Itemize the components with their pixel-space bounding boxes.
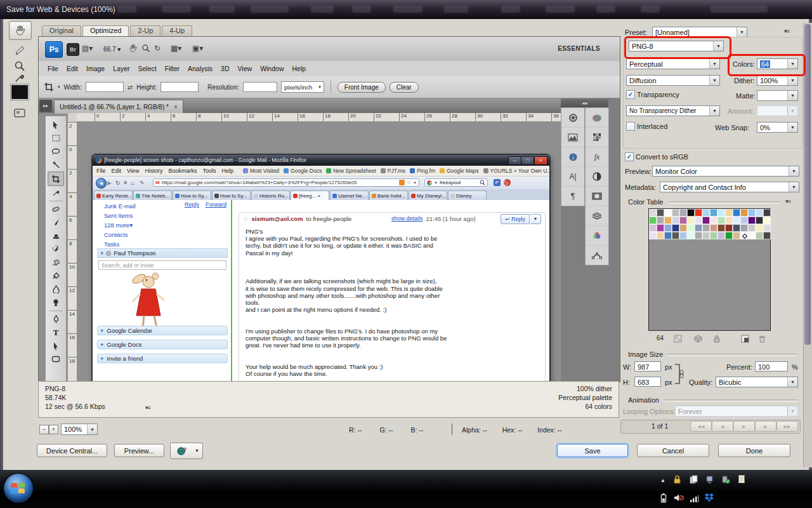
color-swatch[interactable] — [695, 232, 702, 239]
device-central-button[interactable]: Device Central... — [37, 444, 107, 457]
browser-tab[interactable]: Bank holid... — [369, 190, 408, 200]
sidebar-link[interactable]: Tasks — [104, 241, 136, 248]
link-dimensions-icon[interactable] — [674, 363, 684, 385]
paths-panel-icon[interactable] — [586, 246, 608, 265]
color-swatch[interactable] — [763, 217, 771, 224]
histogram-panel-icon[interactable] — [562, 128, 584, 147]
color-swatch[interactable] — [756, 217, 763, 224]
width-input[interactable]: 987 — [634, 361, 661, 371]
tray-network-icon[interactable] — [690, 495, 699, 502]
menu-item[interactable]: Analysis — [188, 65, 213, 72]
collapse-panels-icon[interactable]: ◂◂ — [561, 99, 608, 107]
lasso-tool-icon[interactable] — [48, 145, 63, 158]
search-go-icon[interactable] — [480, 180, 485, 185]
color-swatch[interactable] — [748, 217, 756, 224]
color-swatch[interactable] — [702, 209, 710, 217]
preview-in-browser-button[interactable]: Preview... — [114, 444, 164, 457]
reply-button[interactable]: ↩Reply — [501, 214, 530, 224]
tabstrip-overflow-icon[interactable]: ▸▸ — [39, 100, 52, 112]
optimized-preview-area[interactable]: Ps Br ▤▾ 66.7 ▾ ↻ ▦▾ ▣▾ ESSENTIALS FileE… — [38, 36, 620, 382]
matte-select[interactable]: ▼ — [757, 90, 798, 101]
styles-panel-icon[interactable]: fx — [586, 147, 608, 167]
color-swatch[interactable] — [733, 217, 740, 224]
color-swatch[interactable] — [649, 217, 657, 224]
bookmark-page-icon[interactable]: ✎ — [140, 180, 145, 186]
menu-item[interactable]: Layer — [113, 65, 129, 72]
color-swatch[interactable] — [717, 209, 725, 217]
playback-button[interactable]: ▶ — [733, 421, 755, 432]
web-shift-icon[interactable] — [694, 335, 702, 343]
star-icon[interactable]: ☆ — [243, 215, 249, 222]
bookmark-item[interactable]: Google Maps — [440, 168, 479, 174]
expand-icon[interactable]: + — [100, 250, 103, 257]
color-swatch[interactable] — [710, 232, 717, 239]
gadget-button[interactable]: + Google Calendar — [97, 326, 228, 335]
paint-bucket-tool-icon[interactable] — [48, 269, 63, 283]
color-swatch[interactable] — [717, 224, 725, 232]
browser-preview-button[interactable]: ? — [170, 443, 193, 459]
color-swatch[interactable] — [748, 232, 756, 239]
menu-item[interactable]: File — [96, 168, 106, 174]
preview-select[interactable]: Monitor Color▼ — [652, 166, 799, 177]
browser-tab[interactable]: Disney — [448, 190, 487, 200]
height-input[interactable] — [160, 82, 199, 92]
optimize-menu-icon[interactable]: ▾≡ — [784, 28, 789, 34]
home-button[interactable]: ⌂ — [131, 179, 134, 186]
color-swatch[interactable] — [725, 217, 733, 224]
color-swatch[interactable] — [664, 209, 672, 217]
color-swatch[interactable] — [664, 217, 672, 224]
transparency-dither-select[interactable]: No Transparency Dither▼ — [626, 105, 720, 116]
color-swatch[interactable] — [672, 217, 679, 224]
color-swatch[interactable] — [710, 209, 717, 217]
color-swatch[interactable] — [702, 217, 710, 224]
toggle-slices-visibility-icon[interactable] — [9, 104, 30, 122]
browser-tab[interactable]: How to Sy... — [212, 190, 251, 200]
color-swatch[interactable] — [763, 209, 771, 217]
magic-wand-tool-icon[interactable] — [48, 158, 63, 171]
done-button[interactable]: Done — [718, 444, 790, 457]
eraser-tool-icon[interactable] — [48, 256, 63, 269]
color-swatch[interactable] — [695, 224, 702, 232]
type-tool-icon[interactable]: T — [48, 326, 63, 339]
adjustments-panel-icon[interactable] — [586, 167, 608, 187]
color-table-menu-icon[interactable]: ▾≡ — [785, 198, 790, 204]
menu-item[interactable]: Select — [138, 65, 156, 72]
color-swatch[interactable] — [763, 224, 771, 232]
show-hidden-icons-button[interactable]: ▲ — [660, 478, 665, 483]
menu-item[interactable]: Image — [86, 65, 105, 72]
color-swatch[interactable] — [679, 217, 687, 224]
browser-tab[interactable]: My Disneyl... — [409, 190, 447, 200]
sidebar-link[interactable]: Sent Items — [104, 212, 136, 219]
color-swatch[interactable] — [756, 224, 763, 232]
lock-color-icon[interactable] — [713, 335, 721, 343]
tray-document-icon[interactable] — [738, 474, 745, 484]
menu-item[interactable]: View — [127, 168, 139, 174]
color-swatch[interactable] — [695, 217, 702, 224]
color-swatch[interactable] — [687, 217, 695, 224]
swatches-panel-icon[interactable] — [586, 128, 608, 147]
color-panel-icon[interactable] — [586, 108, 608, 128]
menu-item[interactable]: File — [48, 65, 58, 72]
color-swatch[interactable] — [679, 232, 687, 239]
map-transparency-icon[interactable] — [674, 335, 682, 343]
color-swatch[interactable] — [733, 232, 740, 239]
color-swatch[interactable] — [649, 209, 657, 217]
clone-stamp-tool-icon[interactable] — [48, 229, 63, 243]
menu-item[interactable]: Window — [260, 65, 284, 72]
sidebar-link[interactable]: Contacts — [104, 231, 136, 238]
tray-pages-icon[interactable] — [690, 475, 698, 484]
channels-panel-icon[interactable] — [586, 226, 608, 246]
ping-icon[interactable]: P — [494, 179, 501, 186]
swap-dimensions-icon[interactable]: ⇄ — [128, 84, 133, 91]
sidebar-link[interactable]: Junk E-mail — [104, 203, 136, 210]
browser-tab[interactable]: Early Revie... — [94, 190, 133, 200]
chat-contact[interactable]: + Paul Thompson — [97, 248, 228, 258]
browser-tab[interactable]: Historic Ro... — [251, 190, 290, 200]
tray-battery-icon[interactable] — [660, 493, 667, 503]
document-tab[interactable]: Untitled-1 @ 66.7% (Layer 1, RGB/8) * × — [54, 100, 183, 114]
hand-tool[interactable] — [9, 21, 32, 40]
color-swatch[interactable] — [725, 232, 733, 239]
bookmark-item[interactable]: Google Docs — [284, 168, 322, 174]
width-input[interactable] — [86, 82, 124, 92]
color-swatch[interactable] — [664, 232, 672, 239]
